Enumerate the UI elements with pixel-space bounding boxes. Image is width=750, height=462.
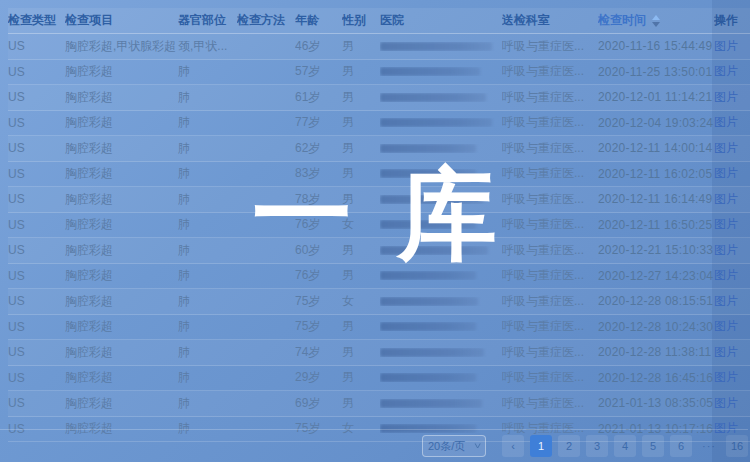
page-size-select[interactable]: 20条/页 ˅: [422, 435, 486, 457]
cell-time: 2020-11-16 15:44:49: [598, 39, 714, 53]
table-row[interactable]: US胸腔彩超肺60岁男呼吸与重症医...2020-12-21 15:10:33图…: [8, 238, 750, 264]
page-button-4[interactable]: 4: [614, 435, 636, 457]
cell-time: 2020-12-01 11:14:21: [598, 90, 714, 104]
table-row[interactable]: US胸腔彩超肺75岁女呼吸与重症医...2020-12-28 08:15:51图…: [8, 289, 750, 315]
table-row[interactable]: US胸腔彩超肺74岁男呼吸与重症医...2020-12-28 11:38:11图…: [8, 340, 750, 366]
table-row[interactable]: US胸腔彩超肺78岁男呼吸与重症医...2020-12-11 16:14:49图…: [8, 187, 750, 213]
redacted-hospital-bar: [380, 42, 492, 51]
column-header-time[interactable]: 检查时间: [598, 8, 714, 33]
cell-organ: 肺: [178, 293, 237, 310]
cell-gender: 男: [342, 395, 380, 412]
redacted-hospital-bar: [380, 169, 476, 178]
cell-age: 74岁: [295, 344, 342, 361]
cell-item: 胸腔彩超: [65, 242, 178, 259]
column-header-organ[interactable]: 器官部位: [178, 8, 237, 33]
cell-hospital: [380, 169, 502, 178]
column-header-gender[interactable]: 性别: [342, 8, 380, 33]
column-label: 器官部位: [178, 8, 226, 33]
image-link[interactable]: 图片: [714, 192, 738, 206]
image-link[interactable]: 图片: [714, 64, 738, 78]
image-link[interactable]: 图片: [714, 217, 738, 231]
table-row[interactable]: US胸腔彩超肺77岁男呼吸与重症医...2020-12-04 19:03:24图…: [8, 111, 750, 137]
cell-dept: 呼吸与重症医...: [502, 216, 598, 233]
sort-ascending-icon[interactable]: [652, 15, 660, 27]
cell-age: 83岁: [295, 165, 342, 182]
cell-organ: 肺: [178, 369, 237, 386]
table-row[interactable]: US胸腔彩超肺57岁男呼吸与重症医...2020-11-25 13:50:01图…: [8, 60, 750, 86]
cell-gender: 男: [342, 318, 380, 335]
cell-time: 2020-12-21 15:10:33: [598, 243, 714, 257]
cell-dept: 呼吸与重症医...: [502, 114, 598, 131]
table-row[interactable]: US胸腔彩超肺75岁男呼吸与重症医...2020-12-28 10:24:30图…: [8, 315, 750, 341]
cell-dept: 呼吸与重症医...: [502, 242, 598, 259]
column-header-method[interactable]: 检查方法: [237, 8, 295, 33]
cell-type: US: [8, 39, 65, 53]
cell-age: 60岁: [295, 242, 342, 259]
image-link[interactable]: 图片: [714, 243, 738, 257]
image-link[interactable]: 图片: [714, 39, 738, 53]
more-pages-ellipsis[interactable]: ···: [698, 435, 720, 457]
cell-organ: 肺: [178, 140, 237, 157]
page-button-1[interactable]: 1: [530, 435, 552, 457]
cell-type: US: [8, 294, 65, 308]
cell-organ: 肺: [178, 267, 237, 284]
cell-item: 胸腔彩超: [65, 140, 178, 157]
cell-age: 62岁: [295, 140, 342, 157]
table-row[interactable]: US胸腔彩超肺76岁男呼吸与重症医...2020-12-27 14:23:04图…: [8, 264, 750, 290]
table-row[interactable]: US胸腔彩超肺83岁男呼吸与重症医...2020-12-11 16:02:05图…: [8, 162, 750, 188]
prev-page-button[interactable]: ‹: [502, 435, 524, 457]
image-link[interactable]: 图片: [714, 115, 738, 129]
cell-hospital: [380, 67, 502, 76]
page-button-2[interactable]: 2: [558, 435, 580, 457]
column-header-age[interactable]: 年龄: [295, 8, 342, 33]
image-link[interactable]: 图片: [714, 319, 738, 333]
cell-age: 29岁: [295, 369, 342, 386]
page-button-last[interactable]: 16: [726, 435, 748, 457]
image-link[interactable]: 图片: [714, 141, 738, 155]
image-link[interactable]: 图片: [714, 90, 738, 104]
cell-hospital: [380, 118, 502, 127]
cell-hospital: [380, 271, 502, 280]
cell-gender: 男: [342, 242, 380, 259]
redacted-hospital-bar: [380, 144, 476, 153]
column-header-hospital[interactable]: 医院: [380, 8, 502, 33]
cell-hospital: [380, 195, 502, 204]
column-header-type[interactable]: 检查类型: [8, 8, 65, 33]
table-row[interactable]: US胸腔彩超肺69岁男呼吸与重症医...2021-01-13 08:35:05图…: [8, 391, 750, 417]
cell-item: 胸腔彩超,甲状腺彩超: [65, 38, 178, 55]
table-row[interactable]: US胸腔彩超肺62岁男呼吸与重症医...2020-12-11 14:00:14图…: [8, 136, 750, 162]
cell-item: 胸腔彩超: [65, 191, 178, 208]
cell-dept: 呼吸与重症医...: [502, 191, 598, 208]
cell-hospital: [380, 246, 502, 255]
cell-organ: 肺: [178, 395, 237, 412]
cell-action: 图片: [714, 344, 750, 361]
page-button-6[interactable]: 6: [670, 435, 692, 457]
redacted-hospital-bar: [380, 67, 480, 76]
column-header-item[interactable]: 检查项目: [65, 8, 178, 33]
image-link[interactable]: 图片: [714, 268, 738, 282]
image-link[interactable]: 图片: [714, 370, 738, 384]
image-link[interactable]: 图片: [714, 345, 738, 359]
column-label: 检查项目: [65, 8, 113, 33]
cell-type: US: [8, 116, 65, 130]
cell-age: 75岁: [295, 318, 342, 335]
page-button-3[interactable]: 3: [586, 435, 608, 457]
exam-list-page: 检查类型检查项目器官部位检查方法年龄性别医院送检科室检查时间操作 US胸腔彩超,…: [0, 0, 750, 462]
table-row[interactable]: US胸腔彩超肺29岁男呼吸与重症医...2020-12-28 16:45:16图…: [8, 366, 750, 392]
image-link[interactable]: 图片: [714, 396, 738, 410]
table-row[interactable]: US胸腔彩超,甲状腺彩超颈,甲状...46岁男呼吸与重症医...2020-11-…: [8, 34, 750, 60]
cell-item: 胸腔彩超: [65, 89, 178, 106]
table-row[interactable]: US胸腔彩超肺61岁男呼吸与重症医...2020-12-01 11:14:21图…: [8, 85, 750, 111]
cell-age: 78岁: [295, 191, 342, 208]
table-row[interactable]: US胸腔彩超肺76岁女呼吸与重症医...2020-12-11 16:50:25图…: [8, 213, 750, 239]
column-header-dept[interactable]: 送检科室: [502, 8, 598, 33]
image-link[interactable]: 图片: [714, 166, 738, 180]
image-link[interactable]: 图片: [714, 294, 738, 308]
page-button-5[interactable]: 5: [642, 435, 664, 457]
cell-action: 图片: [714, 318, 750, 335]
cell-age: 75岁: [295, 293, 342, 310]
redacted-hospital-bar: [380, 348, 484, 357]
column-header-action[interactable]: 操作: [714, 8, 750, 33]
cell-type: US: [8, 269, 65, 283]
cell-action: 图片: [714, 395, 750, 412]
